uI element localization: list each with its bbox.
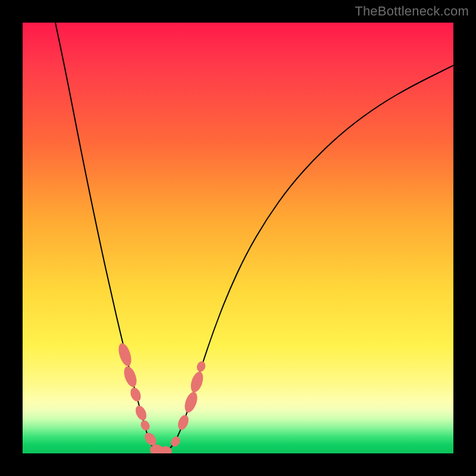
data-markers	[116, 342, 206, 453]
chart-frame: TheBottleneck.com	[0, 0, 476, 476]
chart-svg	[23, 23, 453, 453]
data-marker	[176, 414, 191, 431]
data-marker	[196, 360, 207, 372]
data-marker	[116, 342, 133, 368]
plot-area	[23, 23, 453, 453]
data-marker	[129, 386, 143, 403]
data-marker	[189, 370, 205, 394]
data-marker	[133, 404, 148, 422]
data-marker	[121, 365, 139, 389]
data-marker	[182, 390, 199, 414]
data-marker	[139, 419, 151, 433]
watermark-label: TheBottleneck.com	[355, 4, 469, 19]
bottleneck-curve	[55, 23, 453, 453]
